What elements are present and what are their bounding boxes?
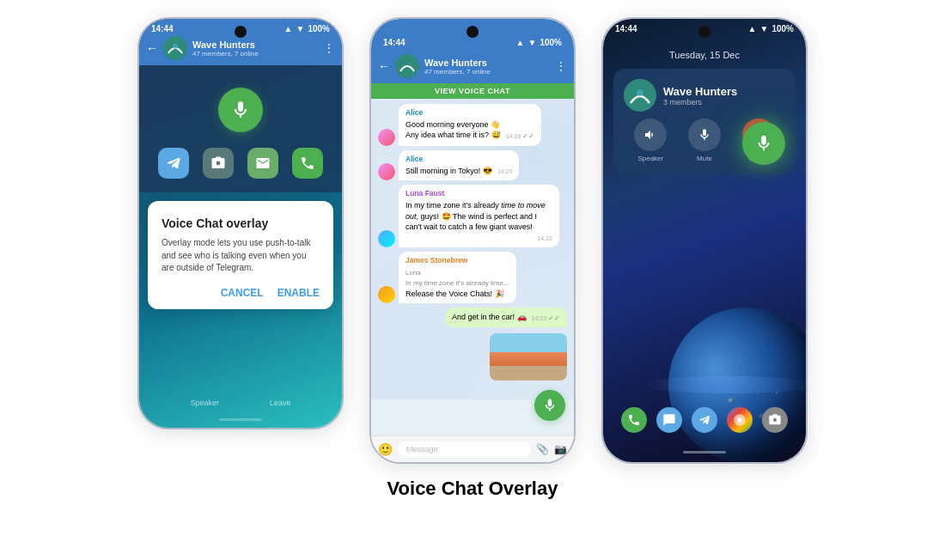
call-dock-icon[interactable]: [621, 407, 647, 433]
chat-header-info-middle: Wave Hunters 47 members, 7 online: [424, 58, 550, 76]
status-time-right: 14:44: [615, 24, 637, 33]
mute-icon: [688, 119, 721, 151]
overlay-dialog: Voice Chat overlay Overlay mode lets you…: [148, 201, 333, 309]
msg-bubble: Alice Still morning in Tokyo! 😎 14:20: [399, 150, 519, 180]
camera-hole-left: [235, 26, 247, 38]
menu-icon-middle[interactable]: ⋮: [555, 59, 567, 73]
home-indicator-left: [219, 418, 262, 421]
voice-chat-card: Wave Hunters 3 members Speaker: [613, 69, 796, 174]
signal-icon-left: ▲: [284, 24, 293, 33]
mute-control[interactable]: Mute: [688, 119, 721, 162]
phone-app-icon[interactable]: [292, 148, 323, 179]
wifi-icon-left: ▼: [296, 24, 305, 33]
mail-app-icon[interactable]: [247, 148, 278, 179]
alice-avatar-1: [378, 129, 395, 146]
status-time-middle: 14:44: [383, 38, 405, 47]
voice-card-header: Wave Hunters 3 members: [624, 79, 785, 112]
chat-messages: Alice Good morning everyone 👋Any idea wh…: [371, 99, 574, 399]
msg-time: 14:20: [497, 167, 513, 176]
emoji-button[interactable]: 🙂: [378, 442, 393, 456]
dialog-body: Overlay mode lets you use push-to-talk a…: [162, 237, 320, 275]
chat-sub-middle: 47 members, 7 online: [424, 68, 550, 76]
mic-float-middle[interactable]: [534, 390, 565, 421]
voice-card-avatar: [624, 79, 656, 112]
bottom-labels-left: Speaker Leave: [139, 395, 342, 411]
msg-text: LunaIn my time zone it's already time...: [405, 269, 509, 288]
chat-header-info-left: Wave Hunters 47 members, 7 online: [192, 40, 318, 58]
battery-left: 100%: [308, 24, 330, 33]
voice-card-members: 3 members: [663, 98, 785, 107]
back-arrow-middle[interactable]: ←: [378, 59, 390, 73]
camera-app-icon[interactable]: [203, 148, 234, 179]
leave-label: Leave: [270, 399, 291, 407]
group-avatar-left: [163, 36, 187, 60]
menu-icon-left[interactable]: ⋮: [323, 41, 335, 55]
telegram-app-icon[interactable]: [158, 148, 189, 179]
voice-card-controls: Speaker Mute Leave: [624, 119, 785, 162]
phones-container: 14:44 ▲ ▼ 100% ← Wave Hunters 47 members…: [0, 0, 945, 472]
msg-bubble: Alice Good morning everyone 👋Any idea wh…: [399, 104, 541, 146]
chat-image-inner: [490, 333, 567, 380]
mic-float-right[interactable]: [742, 122, 785, 165]
app-dock: [603, 402, 806, 438]
image-msg-row: [378, 332, 567, 380]
voice-card-info: Wave Hunters 3 members: [663, 85, 785, 107]
enable-button[interactable]: ENABLE: [277, 287, 320, 299]
james-avatar: [378, 286, 395, 303]
msg-sender: Alice: [405, 155, 512, 165]
speaker-control[interactable]: Speaker: [634, 119, 667, 162]
msg-text: Good morning everyone 👋Any idea what tim…: [405, 120, 501, 140]
signal-icon-right: ▲: [748, 24, 757, 33]
chat-name-middle: Wave Hunters: [424, 58, 550, 68]
msg-time: 14:23 ✓✓: [532, 313, 560, 323]
voice-chat-banner[interactable]: VIEW VOICE CHAT: [371, 83, 574, 99]
voice-card-name: Wave Hunters: [663, 85, 785, 98]
back-arrow-left[interactable]: ←: [146, 41, 158, 55]
msg-text-2: Release the Voice Chats! 🎉: [405, 289, 504, 298]
earth-glow: [643, 376, 806, 393]
battery-right: 100%: [771, 24, 794, 33]
chat-sub-left: 47 members, 7 online: [192, 50, 318, 58]
msg-text: Still morning in Tokyo! 😎: [405, 167, 492, 175]
camera-hole-middle: [466, 26, 479, 38]
msg-bubble: James Stonebrew LunaIn my time zone it's…: [399, 252, 516, 304]
svg-point-1: [173, 44, 178, 49]
home-indicator-right: [683, 451, 726, 453]
message-input[interactable]: Message: [398, 441, 531, 457]
lock-screen-date: Tuesday, 15 Dec: [603, 50, 806, 60]
camera-input-button[interactable]: 📷: [554, 443, 567, 455]
signal-icon-middle: ▲: [516, 38, 525, 47]
chrome-dock-icon[interactable]: [727, 407, 753, 433]
input-placeholder: Message: [406, 445, 438, 453]
telegram-dock-icon[interactable]: [692, 407, 717, 433]
group-avatar-middle: [395, 54, 419, 78]
message-row: Alice Still morning in Tokyo! 😎 14:20: [378, 150, 567, 180]
dialog-buttons: CANCEL ENABLE: [162, 287, 320, 299]
attach-button[interactable]: 📎: [536, 443, 549, 455]
msg-sender-luna: Luna Faust: [405, 189, 552, 199]
msg-text: And get in the car! 🚗: [452, 313, 527, 321]
message-row: James Stonebrew LunaIn my time zone it's…: [378, 252, 567, 304]
camera-hole-right: [698, 26, 710, 38]
phone-right: 14:44 ▲ ▼ 100% Tuesday, 15 Dec Wave Hunt…: [601, 17, 808, 464]
msg-sender: Alice: [405, 108, 534, 119]
wifi-icon-right: ▼: [760, 24, 769, 33]
mic-button-large[interactable]: [218, 88, 263, 132]
msg-time: 14:18 ✓✓: [506, 131, 534, 141]
speaker-label: Speaker: [190, 399, 219, 407]
chat-image: [490, 333, 567, 380]
svg-point-4: [637, 89, 643, 96]
message-row: Luna Faust In my time zone it's already …: [378, 185, 567, 247]
app-icons-row: [158, 144, 323, 186]
overlay-area: [139, 65, 342, 192]
camera-dock-icon[interactable]: [762, 407, 788, 433]
cancel-button[interactable]: CANCEL: [221, 287, 264, 299]
chat-header-middle: ← Wave Hunters 47 members, 7 online ⋮: [371, 51, 574, 83]
speaker-icon: [634, 119, 667, 151]
phone-left: 14:44 ▲ ▼ 100% ← Wave Hunters 47 members…: [137, 17, 344, 429]
mute-label-right: Mute: [697, 155, 712, 162]
page-title: Voice Chat Overlay: [387, 478, 558, 508]
chat-name-left: Wave Hunters: [192, 40, 318, 50]
messages-dock-icon[interactable]: [656, 407, 682, 433]
msg-text: In my time zone it's already time to mov…: [405, 201, 546, 231]
